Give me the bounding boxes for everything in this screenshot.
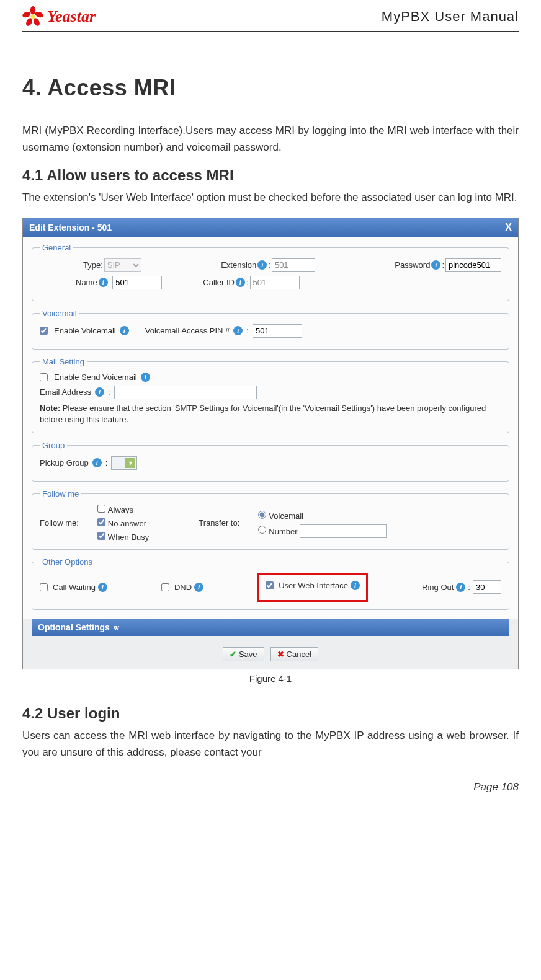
number-input[interactable] [300, 524, 387, 538]
transferto-label: Transfer to: [199, 518, 239, 528]
login-paragraph: Users can access the MRI web interface b… [22, 727, 519, 761]
callerid-input[interactable] [250, 276, 300, 289]
voicemail-legend: Voicemail [40, 309, 79, 318]
callwaiting-label: Call Waiting [53, 583, 96, 592]
info-icon[interactable]: i [99, 278, 108, 287]
voicemail-radio[interactable] [258, 511, 266, 519]
enable-send-voicemail-checkbox[interactable] [40, 373, 48, 381]
type-label: Type: [83, 260, 103, 270]
info-icon[interactable]: i [431, 260, 440, 270]
extension-input[interactable] [272, 258, 315, 272]
mail-fieldset: Mail Setting Enable Send Voicemail i Ema… [32, 357, 509, 433]
flower-icon [22, 6, 43, 27]
user-web-interface-highlight: User Web Interfacei [257, 573, 368, 602]
dnd-checkbox[interactable] [161, 583, 169, 591]
email-address-input[interactable] [114, 386, 257, 399]
number-radio[interactable] [258, 526, 266, 534]
extension-label: Extension [221, 260, 256, 270]
svg-point-0 [30, 6, 36, 15]
user-web-interface-checkbox[interactable] [266, 581, 274, 589]
whenbusy-checkbox[interactable] [97, 532, 105, 540]
callwaiting-checkbox[interactable] [40, 583, 48, 591]
optional-settings-bar[interactable]: Optional Settings vv [32, 619, 509, 636]
heading-2-allow: 4.1 Allow users to access MRI [22, 167, 519, 184]
enable-send-voicemail-label: Enable Send Voicemail [54, 373, 137, 382]
svg-point-1 [22, 11, 32, 19]
name-input[interactable] [112, 276, 162, 289]
general-fieldset: General Type: SIP Extensioni: Passwordi: [32, 243, 509, 301]
enable-voicemail-label: Enable Voicemail [54, 326, 116, 335]
password-input[interactable] [445, 258, 501, 272]
figure-caption: Figure 4-1 [22, 673, 519, 684]
brand-logo: Yeastar [22, 6, 96, 27]
check-icon: ✔ [230, 650, 236, 659]
password-label: Password [395, 260, 430, 270]
close-icon: ✖ [277, 650, 284, 659]
info-icon[interactable]: i [95, 387, 104, 397]
doc-title: MyPBX User Manual [382, 9, 519, 25]
name-label: Name [76, 278, 97, 287]
page-header: Yeastar MyPBX User Manual [22, 6, 519, 32]
followme-legend: Follow me [40, 489, 81, 498]
edit-extension-figure: Edit Extension - 501 X General Type: SIP… [22, 218, 519, 669]
general-legend: General [40, 243, 73, 252]
optional-settings-label: Optional Settings [38, 622, 110, 632]
info-icon[interactable]: i [257, 260, 267, 270]
voicemail-radio-label: Voicemail [269, 511, 303, 521]
info-icon[interactable]: i [141, 373, 150, 382]
svg-point-2 [34, 11, 43, 19]
noanswer-checkbox[interactable] [97, 518, 105, 526]
otheroptions-fieldset: Other Options Call Waitingi DNDi User We… [32, 557, 509, 610]
dialog-title-text: Edit Extension - 501 [29, 223, 112, 232]
heading-2-login: 4.2 User login [22, 705, 519, 722]
email-address-label: Email Address [40, 387, 91, 397]
mail-note: Note: Note: Please ensure that the secti… [40, 403, 501, 425]
enable-voicemail-checkbox[interactable] [40, 327, 48, 335]
info-icon[interactable]: i [236, 278, 245, 287]
info-icon[interactable]: i [456, 583, 465, 592]
brand-text: Yeastar [47, 7, 96, 26]
dnd-label: DND [174, 583, 192, 592]
otheroptions-legend: Other Options [40, 557, 95, 567]
user-web-interface-label: User Web Interface [279, 581, 348, 590]
svg-point-5 [31, 15, 35, 19]
info-icon[interactable]: i [351, 581, 360, 590]
voicemail-fieldset: Voicemail Enable Voicemail i Voicemail A… [32, 309, 509, 350]
info-icon[interactable]: i [92, 458, 102, 467]
chevron-down-icon: ▼ [125, 458, 135, 468]
group-legend: Group [40, 441, 67, 450]
ringout-input[interactable] [473, 580, 501, 594]
info-icon[interactable]: i [194, 583, 203, 592]
followme-fieldset: Follow me Follow me: Always No answer Wh… [32, 489, 509, 550]
cancel-button[interactable]: ✖Cancel [270, 647, 318, 661]
mail-legend: Mail Setting [40, 357, 87, 366]
callerid-label: Caller ID [203, 278, 235, 287]
allow-paragraph: The extension's 'User Web Interface' opt… [22, 189, 519, 206]
always-label: Always [108, 505, 133, 514]
heading-1: 4. Access MRI [22, 75, 519, 101]
type-select[interactable]: SIP [104, 258, 141, 272]
page-number: Page 108 [473, 781, 519, 793]
pickup-group-select[interactable]: ▼ [111, 456, 137, 470]
whenbusy-label: When Busy [108, 532, 149, 542]
ringout-label: Ring Out [422, 583, 454, 592]
voicemail-pin-input[interactable] [253, 324, 302, 338]
followme-label: Follow me: [40, 518, 79, 528]
number-radio-label: Number [269, 526, 297, 536]
group-fieldset: Group Pickup Groupi: ▼ [32, 441, 509, 482]
chevron-down-icon: vv [114, 624, 117, 631]
info-icon[interactable]: i [98, 583, 107, 592]
info-icon[interactable]: i [233, 326, 243, 335]
page-footer: Page 108 [22, 772, 519, 793]
always-checkbox[interactable] [97, 505, 105, 513]
save-button[interactable]: ✔Save [223, 647, 264, 661]
noanswer-label: No answer [108, 519, 146, 528]
pickup-group-label: Pickup Group [40, 458, 89, 467]
info-icon[interactable]: i [120, 326, 129, 335]
close-icon[interactable]: X [505, 222, 512, 233]
dialog-titlebar: Edit Extension - 501 X [23, 218, 518, 237]
intro-paragraph: MRI (MyPBX Recording Interface).Users ma… [22, 122, 519, 156]
voicemail-pin-label: Voicemail Access PIN # [145, 326, 230, 335]
